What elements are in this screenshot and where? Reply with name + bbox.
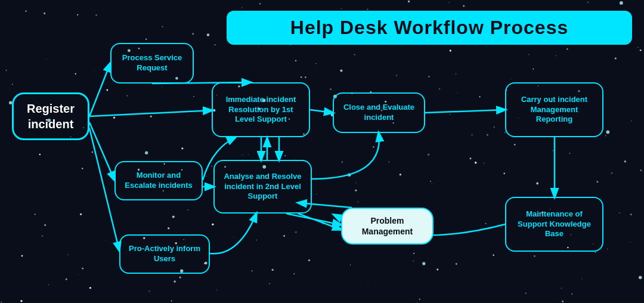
title-box: Help Desk Workflow Process — [227, 11, 632, 45]
immediate-incident-node: Immediate incident Resolution by 1st Lev… — [212, 82, 310, 137]
diagram-container: Help Desk Workflow Process — [0, 0, 644, 303]
analyse-resolve-node: Analyse and Resolve incident in 2nd Leve… — [213, 160, 312, 214]
problem-mgmt-node: Problem Management — [341, 208, 434, 245]
register-node: Register incident — [12, 92, 89, 140]
arrows-svg — [0, 0, 644, 303]
process-service-node: Process Service Request — [110, 43, 194, 84]
maintenance-node: Maintenance of Support Knowledge Base — [505, 197, 603, 252]
pro-actively-node: Pro-Actively inform Users — [119, 234, 210, 274]
carry-out-node: Carry out incident Management Reporting — [505, 82, 603, 137]
monitor-escalate-node: Monitor and Escalate incidents — [114, 161, 203, 200]
close-evaluate-node: Close and Evaluate incident — [333, 92, 425, 133]
page-title: Help Desk Workflow Process — [290, 17, 568, 38]
